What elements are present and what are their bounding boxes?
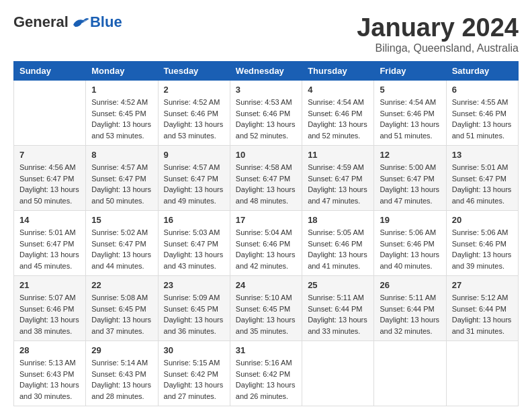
- calendar-cell: 19Sunrise: 5:06 AM Sunset: 6:46 PM Dayli…: [374, 211, 446, 276]
- day-number: 31: [236, 345, 296, 355]
- day-info: Sunrise: 4:55 AM Sunset: 6:46 PM Dayligh…: [452, 97, 513, 141]
- day-info: Sunrise: 5:11 AM Sunset: 6:44 PM Dayligh…: [308, 292, 368, 336]
- day-number: 19: [380, 215, 440, 225]
- calendar-cell: 13Sunrise: 5:01 AM Sunset: 6:47 PM Dayli…: [446, 146, 518, 211]
- day-info: Sunrise: 5:06 AM Sunset: 6:46 PM Dayligh…: [452, 227, 513, 271]
- day-info: Sunrise: 5:05 AM Sunset: 6:46 PM Dayligh…: [308, 227, 368, 271]
- day-number: 11: [308, 150, 368, 160]
- calendar-cell: 23Sunrise: 5:09 AM Sunset: 6:45 PM Dayli…: [158, 276, 230, 341]
- day-info: Sunrise: 5:04 AM Sunset: 6:46 PM Dayligh…: [236, 227, 296, 271]
- day-info: Sunrise: 4:52 AM Sunset: 6:45 PM Dayligh…: [91, 97, 152, 141]
- day-number: 15: [91, 215, 152, 225]
- calendar-week-row: 21Sunrise: 5:07 AM Sunset: 6:46 PM Dayli…: [14, 276, 519, 341]
- day-info: Sunrise: 4:57 AM Sunset: 6:47 PM Dayligh…: [91, 162, 152, 206]
- calendar-week-row: 1Sunrise: 4:52 AM Sunset: 6:45 PM Daylig…: [14, 81, 519, 146]
- day-number: 23: [164, 280, 224, 290]
- day-number: 30: [164, 345, 224, 355]
- calendar-table: SundayMondayTuesdayWednesdayThursdayFrid…: [13, 61, 519, 406]
- calendar-cell: 30Sunrise: 5:15 AM Sunset: 6:42 PM Dayli…: [158, 341, 230, 406]
- calendar-cell: [446, 341, 518, 406]
- calendar-cell: 31Sunrise: 5:16 AM Sunset: 6:42 PM Dayli…: [230, 341, 302, 406]
- day-number: 12: [380, 150, 440, 160]
- day-info: Sunrise: 5:06 AM Sunset: 6:46 PM Dayligh…: [380, 227, 440, 271]
- calendar-cell: 8Sunrise: 4:57 AM Sunset: 6:47 PM Daylig…: [86, 146, 158, 211]
- header: General Blue January 2024 Bilinga, Queen…: [13, 13, 519, 54]
- day-info: Sunrise: 5:07 AM Sunset: 6:46 PM Dayligh…: [19, 292, 80, 336]
- calendar-cell: 12Sunrise: 5:00 AM Sunset: 6:47 PM Dayli…: [374, 146, 446, 211]
- month-title: January 2024: [357, 13, 519, 42]
- day-info: Sunrise: 5:15 AM Sunset: 6:42 PM Dayligh…: [164, 357, 224, 402]
- day-header-sunday: Sunday: [14, 62, 86, 81]
- calendar-cell: 20Sunrise: 5:06 AM Sunset: 6:46 PM Dayli…: [446, 211, 518, 276]
- calendar-cell: 11Sunrise: 4:59 AM Sunset: 6:47 PM Dayli…: [302, 146, 374, 211]
- calendar-cell: 1Sunrise: 4:52 AM Sunset: 6:45 PM Daylig…: [86, 81, 158, 146]
- day-number: 18: [308, 215, 368, 225]
- day-number: 1: [91, 85, 152, 95]
- day-info: Sunrise: 4:58 AM Sunset: 6:47 PM Dayligh…: [236, 162, 296, 206]
- calendar-cell: 17Sunrise: 5:04 AM Sunset: 6:46 PM Dayli…: [230, 211, 302, 276]
- calendar-cell: 5Sunrise: 4:54 AM Sunset: 6:46 PM Daylig…: [374, 81, 446, 146]
- day-number: 7: [19, 150, 80, 160]
- calendar-cell: [14, 81, 86, 146]
- calendar-cell: 24Sunrise: 5:10 AM Sunset: 6:45 PM Dayli…: [230, 276, 302, 341]
- day-number: 2: [164, 85, 224, 95]
- location-subtitle: Bilinga, Queensland, Australia: [357, 42, 519, 54]
- calendar-cell: 21Sunrise: 5:07 AM Sunset: 6:46 PM Dayli…: [14, 276, 86, 341]
- day-info: Sunrise: 5:16 AM Sunset: 6:42 PM Dayligh…: [236, 357, 296, 402]
- logo-general-text: General: [13, 13, 69, 31]
- calendar-cell: 18Sunrise: 5:05 AM Sunset: 6:46 PM Dayli…: [302, 211, 374, 276]
- calendar-week-row: 7Sunrise: 4:56 AM Sunset: 6:47 PM Daylig…: [14, 146, 519, 211]
- day-number: 17: [236, 215, 296, 225]
- logo-blue-text: Blue: [90, 13, 122, 31]
- day-number: 25: [308, 280, 368, 290]
- day-header-thursday: Thursday: [302, 62, 374, 81]
- day-info: Sunrise: 5:00 AM Sunset: 6:47 PM Dayligh…: [380, 162, 440, 206]
- day-info: Sunrise: 5:03 AM Sunset: 6:47 PM Dayligh…: [164, 227, 224, 271]
- day-number: 5: [380, 85, 440, 95]
- calendar-cell: 3Sunrise: 4:53 AM Sunset: 6:46 PM Daylig…: [230, 81, 302, 146]
- day-info: Sunrise: 5:02 AM Sunset: 6:47 PM Dayligh…: [91, 227, 152, 271]
- calendar-cell: 10Sunrise: 4:58 AM Sunset: 6:47 PM Dayli…: [230, 146, 302, 211]
- calendar-cell: 4Sunrise: 4:54 AM Sunset: 6:46 PM Daylig…: [302, 81, 374, 146]
- day-info: Sunrise: 5:12 AM Sunset: 6:44 PM Dayligh…: [452, 292, 513, 336]
- calendar-cell: 22Sunrise: 5:08 AM Sunset: 6:45 PM Dayli…: [86, 276, 158, 341]
- calendar-cell: 14Sunrise: 5:01 AM Sunset: 6:47 PM Dayli…: [14, 211, 86, 276]
- day-number: 26: [380, 280, 440, 290]
- day-info: Sunrise: 5:01 AM Sunset: 6:47 PM Dayligh…: [19, 227, 80, 271]
- logo: General Blue: [13, 13, 122, 31]
- calendar-cell: 2Sunrise: 4:52 AM Sunset: 6:46 PM Daylig…: [158, 81, 230, 146]
- calendar-cell: 26Sunrise: 5:11 AM Sunset: 6:44 PM Dayli…: [374, 276, 446, 341]
- day-number: 8: [91, 150, 152, 160]
- day-info: Sunrise: 4:54 AM Sunset: 6:46 PM Dayligh…: [380, 97, 440, 141]
- calendar-week-row: 14Sunrise: 5:01 AM Sunset: 6:47 PM Dayli…: [14, 211, 519, 276]
- day-number: 14: [19, 215, 80, 225]
- day-info: Sunrise: 5:01 AM Sunset: 6:47 PM Dayligh…: [452, 162, 513, 206]
- calendar-cell: 6Sunrise: 4:55 AM Sunset: 6:46 PM Daylig…: [446, 81, 518, 146]
- day-number: 13: [452, 150, 513, 160]
- day-info: Sunrise: 4:53 AM Sunset: 6:46 PM Dayligh…: [236, 97, 296, 141]
- calendar-cell: [302, 341, 374, 406]
- calendar-cell: 16Sunrise: 5:03 AM Sunset: 6:47 PM Dayli…: [158, 211, 230, 276]
- day-number: 20: [452, 215, 513, 225]
- day-header-tuesday: Tuesday: [158, 62, 230, 81]
- day-number: 28: [19, 345, 80, 355]
- day-info: Sunrise: 5:10 AM Sunset: 6:45 PM Dayligh…: [236, 292, 296, 336]
- calendar-cell: 28Sunrise: 5:13 AM Sunset: 6:43 PM Dayli…: [14, 341, 86, 406]
- day-number: 4: [308, 85, 368, 95]
- calendar-cell: 15Sunrise: 5:02 AM Sunset: 6:47 PM Dayli…: [86, 211, 158, 276]
- day-info: Sunrise: 4:54 AM Sunset: 6:46 PM Dayligh…: [308, 97, 368, 141]
- calendar-header-row: SundayMondayTuesdayWednesdayThursdayFrid…: [14, 62, 519, 81]
- day-number: 21: [19, 280, 80, 290]
- day-number: 24: [236, 280, 296, 290]
- day-number: 29: [91, 345, 152, 355]
- day-number: 22: [91, 280, 152, 290]
- day-header-monday: Monday: [86, 62, 158, 81]
- day-info: Sunrise: 5:14 AM Sunset: 6:43 PM Dayligh…: [91, 357, 152, 402]
- day-info: Sunrise: 5:09 AM Sunset: 6:45 PM Dayligh…: [164, 292, 224, 336]
- calendar-cell: 27Sunrise: 5:12 AM Sunset: 6:44 PM Dayli…: [446, 276, 518, 341]
- day-info: Sunrise: 5:08 AM Sunset: 6:45 PM Dayligh…: [91, 292, 152, 336]
- day-number: 16: [164, 215, 224, 225]
- day-info: Sunrise: 4:52 AM Sunset: 6:46 PM Dayligh…: [164, 97, 224, 141]
- logo-bird-icon: [70, 15, 90, 30]
- day-info: Sunrise: 4:56 AM Sunset: 6:47 PM Dayligh…: [19, 162, 80, 206]
